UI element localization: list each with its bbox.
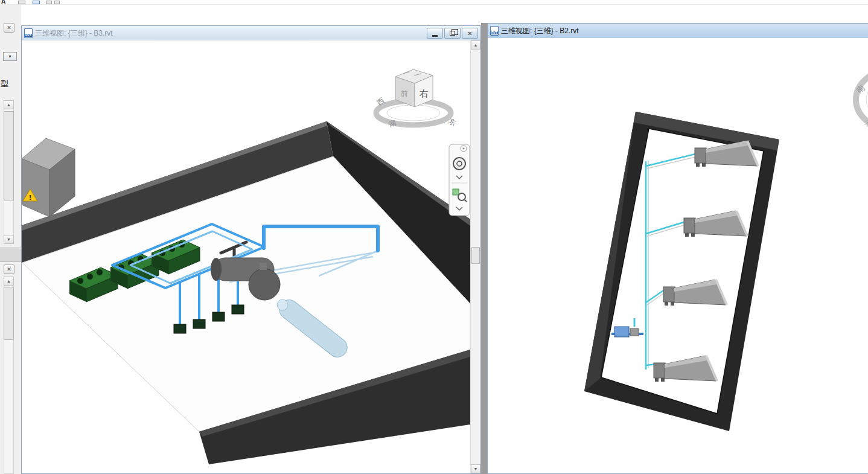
restore-button[interactable]: [444, 28, 461, 39]
scrollbar-thumb[interactable]: [4, 287, 14, 340]
ribbon-strip: A: [0, 0, 868, 5]
view-window-b3: RVT 三维视图: {三维} - B3.rvt ✕ !: [21, 25, 481, 474]
toolbar-icon[interactable]: [18, 1, 25, 4]
restore-icon: [450, 31, 455, 36]
window-title: 三维视图: {三维} - B2.rvt: [501, 26, 579, 36]
gray-box-equipment: [22, 138, 75, 217]
type-label: 型: [1, 78, 8, 89]
rvt-file-icon: RVT: [24, 28, 33, 38]
scroll-down-icon[interactable]: ▼: [4, 235, 14, 244]
left-panel-strip: ✕ ▼ 型 ▲ ▼ ✕ ▲: [0, 5, 21, 474]
steering-wheel-icon[interactable]: [453, 158, 465, 170]
viewcube-right-label[interactable]: 右: [419, 88, 429, 98]
viewport-b2: 南 东: [488, 38, 868, 473]
viewport-b3: !: [22, 40, 480, 473]
window-titlebar[interactable]: RVT 三维视图: {三维} - B3.rvt ✕: [22, 26, 480, 40]
minimize-icon: [432, 35, 438, 37]
chevron-down-icon[interactable]: ▼: [3, 52, 17, 61]
viewcube-front-label[interactable]: 前: [401, 89, 408, 98]
scroll-up-icon[interactable]: ▲: [4, 277, 14, 286]
panel-close-icon[interactable]: ✕: [4, 264, 14, 274]
panel-close-icon[interactable]: ✕: [4, 23, 14, 33]
svg-text:!: !: [29, 194, 31, 201]
rvt-file-icon: RVT: [490, 26, 499, 36]
panel-splitter[interactable]: [0, 248, 21, 262]
scene-3d-b3: !: [22, 40, 470, 473]
scroll-up-icon[interactable]: ▲: [4, 100, 14, 109]
quick-access-a-icon[interactable]: A: [1, 0, 5, 5]
viewcube[interactable]: 西 南 东 前 右: [375, 69, 458, 129]
zoom-region-icon[interactable]: [453, 189, 459, 195]
toolbar-icon[interactable]: [46, 1, 52, 4]
mdi-background: [481, 23, 487, 474]
close-button[interactable]: ✕: [462, 28, 478, 39]
minimize-button[interactable]: [427, 28, 443, 39]
scrollbar-thumb[interactable]: [4, 111, 14, 200]
tank-fitting: [277, 299, 288, 310]
viewcube-south-label[interactable]: 南: [388, 118, 398, 129]
scroll-down-icon[interactable]: ▼: [471, 464, 480, 473]
toolbar-icon[interactable]: [54, 1, 60, 4]
scene-3d-b2: 南 东: [488, 38, 868, 473]
window-title: 三维视图: {三维} - B3.rvt: [35, 28, 113, 39]
view-window-b2: RVT 三维视图: {三维} - B2.rvt: [487, 23, 868, 474]
viewcube-partial[interactable]: 南 东: [855, 69, 868, 130]
window-titlebar[interactable]: RVT 三维视图: {三维} - B2.rvt: [488, 24, 868, 38]
view-vertical-scrollbar[interactable]: ▲ ▼: [470, 40, 480, 473]
scroll-up-icon[interactable]: ▲: [471, 40, 480, 50]
navigation-bar[interactable]: [449, 144, 470, 216]
scrollbar-thumb[interactable]: [471, 247, 480, 264]
toolbar-page-icon[interactable]: [33, 1, 40, 4]
